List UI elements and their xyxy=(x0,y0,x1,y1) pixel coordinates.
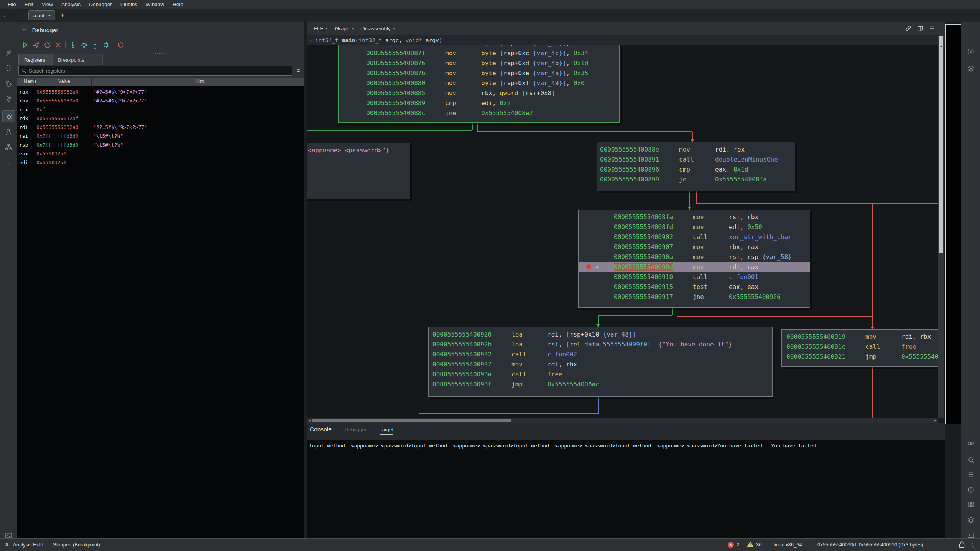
blk-000055555540088e[interactable]: 000055555540088emovrdi, rbx0000555555400… xyxy=(597,142,795,191)
instruction-row[interactable]: 0000555555400880movbyte [rsp+0xf {var_49… xyxy=(339,78,619,88)
menu-analysis[interactable]: Analysis xyxy=(58,2,84,7)
register-row-rsp[interactable]: rsp0x7fffffffd3d0"\t5#\t?%" xyxy=(17,140,304,149)
instruction-row[interactable]: 00005555554008fdmovedi, 0x50 xyxy=(579,222,810,232)
instruction-row[interactable]: 000055555540088emovrdi, rbx xyxy=(597,145,795,155)
pin-icon[interactable] xyxy=(4,94,13,103)
instruction-row[interactable]: 000055555540090amovrsi, rsp {var_58} xyxy=(579,252,810,262)
tab-debugger[interactable]: Debugger xyxy=(345,427,367,432)
instruction-row[interactable]: 000055555540093fjmp0x5555554008ac xyxy=(429,379,772,389)
menu-window[interactable]: Window xyxy=(142,2,168,7)
column-header-value[interactable]: Value xyxy=(58,79,70,84)
resize-grip[interactable]: •••••• xyxy=(972,543,976,551)
stack-icon[interactable] xyxy=(967,515,975,524)
tag-icon[interactable] xyxy=(4,79,13,88)
blk-string-appname[interactable]: <appname> <password>"} xyxy=(307,143,410,199)
instruction-row[interactable]: 000055555540092blearsi, [rel data_555555… xyxy=(429,340,772,350)
menu-edit[interactable]: Edit xyxy=(21,2,37,7)
instruction-row[interactable]: 000055555540093acallfree xyxy=(429,370,772,379)
instruction-row[interactable]: 0000555555400907movrbx, rax xyxy=(579,242,810,252)
blk-0000555555400871[interactable]: byte [rsp+0xb {var_4d}],0000555555400871… xyxy=(338,45,620,123)
hammer-icon[interactable] xyxy=(4,49,13,57)
register-row-rax[interactable]: rax0x5555556032a0"#?=5#$\"9>7<?>77" xyxy=(17,87,304,96)
hamburger-icon[interactable] xyxy=(929,25,936,33)
instruction-row[interactable]: 0000555555400902callxor_str_with_char xyxy=(579,232,810,242)
column-header-name[interactable]: Name xyxy=(24,79,36,84)
back-button[interactable]: ← xyxy=(0,12,12,19)
menu-view[interactable]: View xyxy=(38,2,57,7)
column-header-hint[interactable]: Hint xyxy=(195,79,204,84)
variables-icon[interactable]: (x) xyxy=(967,47,975,56)
instruction-row[interactable]: 0000555555400871movbyte [rsp+0xc {var_4c… xyxy=(339,48,619,58)
register-row-edi[interactable]: edi0x556032a0 xyxy=(17,158,304,167)
scrollbar-thumb[interactable]: ▲ xyxy=(939,36,943,253)
register-row-rbx[interactable]: rbx0x5555556032a0"#?=5#$\"9>7<?>77" xyxy=(17,96,304,105)
instruction-row[interactable]: 0000555555400926leardi, [rsp+0x10 {var_4… xyxy=(429,330,772,340)
register-row-rcx[interactable]: rcx0xf xyxy=(17,105,304,114)
instruction-row[interactable]: 0000555555400932callc_fun002 xyxy=(429,350,772,360)
graph-menu-disassembly[interactable]: Disassembly▼ xyxy=(361,26,395,31)
split-view-icon[interactable] xyxy=(917,25,924,33)
instruction-row[interactable]: 0000555555400885movrbx, qword [rsi+0x8] xyxy=(339,88,619,98)
register-row-rdx[interactable]: rdx0x5555556032af xyxy=(17,114,304,123)
trace-button[interactable] xyxy=(115,40,126,49)
menu-plugins[interactable]: Plugins xyxy=(117,2,141,7)
forward-button[interactable]: → xyxy=(12,12,23,19)
register-table-header[interactable]: NameValueHint xyxy=(17,78,304,86)
search-options-button[interactable]: ≡ xyxy=(294,66,302,75)
layers-icon[interactable] xyxy=(967,64,975,73)
instruction-row[interactable]: byte [rsp+0xb {var_4d}], xyxy=(339,45,619,48)
error-badge-icon[interactable]: ✕ xyxy=(728,542,734,548)
search-input[interactable]: Search registers xyxy=(18,66,292,76)
blk-0000555555400919[interactable]: 0000555555400919movrdi, rbx0000555555400… xyxy=(781,329,938,367)
restart-button[interactable] xyxy=(41,40,53,49)
scrollbar-thumb[interactable] xyxy=(312,419,511,422)
instruction-row[interactable]: 000055555540088cjne0x5555554008e2 xyxy=(339,108,619,118)
functions-icon[interactable]: { } xyxy=(4,63,13,72)
instruction-row[interactable]: 00005555554008famovrsi, rbx xyxy=(579,212,810,222)
instruction-row[interactable]: 000055555540090dmovrdi, rax→ xyxy=(579,262,810,272)
menu-help[interactable]: Help xyxy=(169,2,187,7)
tab-target[interactable]: Target xyxy=(380,427,393,432)
blk-0000555555400926[interactable]: 0000555555400926leardi, [rsp+0x10 {var_4… xyxy=(428,327,773,397)
step-out-button[interactable] xyxy=(89,40,100,49)
graph-overview-panel[interactable] xyxy=(945,24,962,424)
status-close-icon[interactable]: × xyxy=(5,541,8,548)
menu-debugger[interactable]: Debugger xyxy=(85,2,115,7)
tab-breakpoints[interactable]: Breakpoints xyxy=(52,54,103,65)
instruction-row[interactable]: 0000555555400919movrdi, rbx xyxy=(782,332,938,342)
scroll-right-arrow[interactable]: ▸ xyxy=(933,418,938,423)
graph-canvas[interactable]: byte [rsp+0xb {var_4d}],0000555555400871… xyxy=(307,45,938,418)
flask-icon[interactable] xyxy=(4,128,13,136)
file-tab[interactable]: a.out ● xyxy=(28,10,55,20)
instruction-row[interactable]: 000055555540087bmovbyte [rsp+0xe {var_4a… xyxy=(339,68,619,78)
instruction-row[interactable]: 0000555555400876movbyte [rsp+0xd {var_4b… xyxy=(339,58,619,68)
step-into-button[interactable] xyxy=(67,40,78,49)
instruction-row[interactable]: 0000555555400937movrdi, rbx xyxy=(429,360,772,370)
circles-icon[interactable] xyxy=(967,439,975,447)
continue-button[interactable] xyxy=(19,40,30,49)
register-row-eax[interactable]: eax0x556032a0 xyxy=(17,149,304,158)
instruction-row[interactable]: 0000555555400896cmpeax, 0x1d xyxy=(597,165,795,175)
instruction-row[interactable]: 0000555555400915testeax, eax xyxy=(579,282,810,292)
history-icon[interactable] xyxy=(967,485,975,494)
breakpoint-dot-icon[interactable] xyxy=(586,264,591,269)
graph-menu-elf[interactable]: ELF▼ xyxy=(314,26,328,31)
bug-icon[interactable] xyxy=(2,110,15,122)
list-icon[interactable] xyxy=(967,470,975,478)
blk-00005555554008fa[interactable]: 00005555554008famovrsi, rbx0000555555400… xyxy=(578,210,810,308)
graph-horizontal-scrollbar[interactable]: ◂ ▸ xyxy=(307,418,938,423)
new-tab-button[interactable]: + xyxy=(61,12,64,19)
splitter-handle[interactable]: •••••• xyxy=(155,51,168,55)
instruction-row[interactable]: <appname> <password>"} xyxy=(307,145,410,155)
instruction-row[interactable]: 0000555555400910callc_fun001 xyxy=(579,272,810,282)
scroll-left-arrow[interactable]: ◂ xyxy=(307,418,312,423)
start-emulation-button[interactable] xyxy=(30,40,41,49)
hierarchy-icon[interactable] xyxy=(4,143,13,151)
grid-icon[interactable] xyxy=(967,500,975,508)
instruction-row[interactable]: 0000555555400921jmp0x5555554008ac xyxy=(782,352,938,362)
graph-vertical-scrollbar[interactable]: ▲ xyxy=(938,35,944,418)
step-over-button[interactable] xyxy=(78,40,89,49)
stop-button[interactable] xyxy=(53,40,64,49)
instruction-row[interactable]: 0000555555400891calldoubleLenMinusOne xyxy=(597,155,795,165)
panel-splitter[interactable] xyxy=(304,22,307,538)
